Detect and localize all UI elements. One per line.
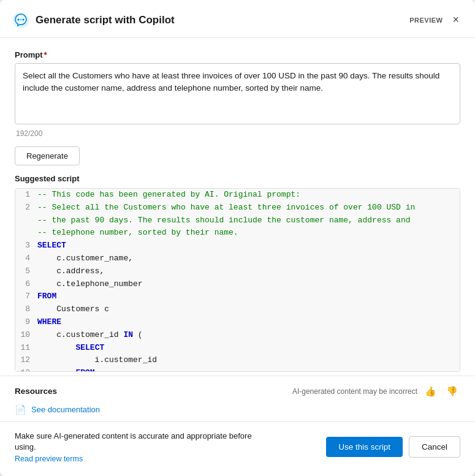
line-number: 10 [15,329,37,342]
code-line: 5 c.address, [15,265,460,278]
dialog-footer: Make sure AI-generated content is accura… [0,421,475,476]
line-content: -- This code has been generated by AI. O… [37,189,300,202]
suggested-script-section: Suggested script 1-- This code has been … [15,174,460,372]
code-line: 2-- Select all the Customers who have at… [15,202,460,214]
preview-terms-link[interactable]: Read preview terms [15,455,83,463]
cancel-button[interactable]: Cancel [409,436,460,458]
document-icon: 📄 [15,404,26,415]
regenerate-button[interactable]: Regenerate [15,146,80,165]
line-content: FROM [37,290,56,303]
line-number: 2 [15,202,37,214]
required-indicator: * [44,50,47,59]
line-number: 7 [15,290,37,303]
footer-warning: Make sure AI-generated content is accura… [15,431,260,453]
code-line: 8 Customers c [15,303,460,316]
generate-script-dialog: Generate script with Copilot PREVIEW × P… [0,0,475,476]
line-content: -- Select all the Customers who have at … [37,202,415,214]
prompt-section: Prompt* Select all the Customers who hav… [15,50,460,138]
footer-left: Make sure AI-generated content is accura… [15,431,260,464]
prompt-label: Prompt* [15,50,460,59]
line-number: 4 [15,252,37,265]
code-line: -- telephone number, sorted by their nam… [15,227,460,240]
line-content: WHERE [37,316,61,329]
documentation-link[interactable]: 📄 See documentation [15,404,460,415]
footer-top: Make sure AI-generated content is accura… [15,431,460,464]
dialog-header: Generate script with Copilot PREVIEW × [0,0,475,38]
line-number: 5 [15,265,37,278]
code-line: -- the past 90 days. The results should … [15,214,460,227]
code-line: 10 c.customer_id IN ( [15,329,460,342]
close-button[interactable]: × [449,11,463,29]
line-content: c.customer_id IN ( [37,329,143,342]
preview-badge: PREVIEW [409,17,443,24]
line-content: c.telephone_number [37,278,143,291]
line-number: 6 [15,278,37,291]
code-line: 6 c.telephone_number [15,278,460,291]
code-line: 7FROM [15,290,460,303]
code-line: 9WHERE [15,316,460,329]
line-content: Customers c [37,303,109,316]
svg-point-1 [18,18,20,20]
line-number: 1 [15,189,37,202]
code-block[interactable]: 1-- This code has been generated by AI. … [15,188,460,372]
line-number: 8 [15,303,37,316]
code-line: 12 i.customer_id [15,354,460,367]
line-number: 9 [15,316,37,329]
svg-point-3 [23,18,25,20]
resources-section: Resources AI-generated content may be in… [0,376,475,421]
line-number: 3 [15,240,37,252]
thumbs-down-button[interactable]: 👎 [444,385,460,398]
line-content: SELECT [37,240,66,252]
dialog-body: Prompt* Select all the Customers who hav… [0,38,475,376]
char-count: 192/200 [15,129,460,138]
line-number: 11 [15,342,37,355]
line-content: SELECT [37,342,104,355]
code-line: 4 c.customer_name, [15,252,460,265]
line-content: c.address, [37,265,104,278]
code-line: 11 SELECT [15,342,460,355]
use-script-button[interactable]: Use this script [326,437,403,457]
svg-point-2 [20,18,22,20]
line-number: 12 [15,354,37,367]
line-number: 13 [15,367,37,372]
line-content: -- the past 90 days. The results should … [37,214,411,227]
line-content: c.customer_name, [37,252,133,265]
code-line: 3SELECT [15,240,460,252]
thumbs-up-button[interactable]: 👍 [422,385,439,398]
resources-header: Resources AI-generated content may be in… [15,385,460,398]
suggested-script-label: Suggested script [15,174,460,183]
copilot-icon [12,12,29,29]
footer-actions: Use this script Cancel [326,436,460,458]
line-content: FROM [37,367,95,372]
ai-disclaimer: AI-generated content may be incorrect 👍 … [292,385,460,398]
dialog-title: Generate script with Copilot [36,14,398,26]
line-content: i.customer_id [37,354,157,367]
prompt-textarea[interactable]: Select all the Customers who have at lea… [15,63,460,124]
code-line: 13 FROM [15,367,460,372]
resources-title: Resources [15,387,57,396]
line-content: -- telephone number, sorted by their nam… [37,227,238,240]
code-line: 1-- This code has been generated by AI. … [15,189,460,202]
